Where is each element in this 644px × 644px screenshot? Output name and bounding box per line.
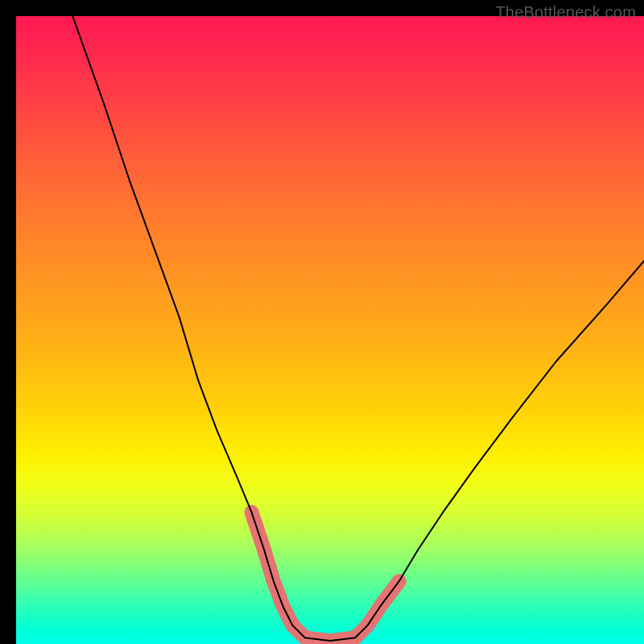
chart-svg: [16, 16, 644, 644]
watermark-label: TheBottleneck.com: [495, 3, 636, 22]
optimal-range-highlight: [252, 512, 399, 641]
plot-area: [16, 16, 644, 644]
chart-container: TheBottleneck.com: [0, 0, 644, 644]
bottleneck-curve: [72, 16, 644, 641]
